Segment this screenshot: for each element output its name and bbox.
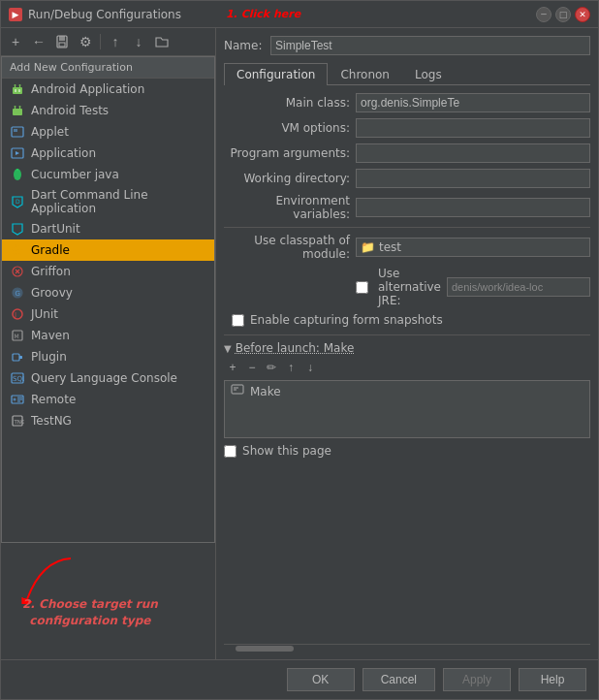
main-class-row: Main class: — [224, 93, 590, 112]
annotation-1: 1. Click here — [226, 8, 300, 20]
tab-logs[interactable]: Logs — [402, 63, 455, 85]
bl-add-button[interactable]: + — [224, 359, 241, 376]
svg-rect-44 — [232, 385, 243, 394]
android-app-icon — [10, 81, 25, 97]
dialog-title: Run/Debug Configurations — [28, 8, 181, 21]
tab-chronon[interactable]: Chronon — [328, 63, 402, 85]
name-input[interactable] — [270, 36, 590, 55]
config-item-dartunit[interactable]: DartUnit — [2, 218, 214, 239]
config-item-junit[interactable]: J JUnit — [2, 303, 214, 325]
groovy-icon: G — [10, 285, 25, 301]
module-icon: 📁 — [361, 240, 375, 254]
svg-point-4 — [15, 84, 16, 86]
alt-jre-label: Use alternative JRE: — [378, 267, 441, 307]
config-item-testng[interactable]: TNG TestNG — [2, 410, 214, 431]
svg-point-12 — [19, 106, 21, 108]
cancel-button[interactable]: Cancel — [363, 668, 435, 691]
svg-text:SQL: SQL — [13, 375, 24, 383]
config-section: Main class: VM options: Program argument… — [224, 93, 590, 644]
alt-jre-input[interactable] — [447, 277, 590, 297]
bl-remove-button[interactable]: − — [243, 359, 261, 376]
vm-options-label: VM options: — [224, 121, 350, 135]
config-item-query-label: Query Language Console — [31, 371, 177, 385]
config-item-application-label: Application — [31, 146, 96, 160]
config-item-applet[interactable]: Applet — [2, 121, 214, 143]
enable-forms-row: Enable capturing form snapshots — [224, 313, 590, 327]
toolbar-separator — [100, 34, 101, 49]
classpath-value-container[interactable]: 📁 test — [356, 238, 590, 257]
config-type-list: Add New Configuration Android Applicatio… — [1, 56, 215, 543]
maximize-button[interactable]: □ — [555, 7, 571, 22]
tab-configuration[interactable]: Configuration — [224, 63, 328, 85]
config-item-groovy[interactable]: G Groovy — [2, 282, 214, 303]
scrollbar-thumb[interactable] — [236, 646, 294, 652]
maven-icon: M — [10, 328, 25, 343]
help-button[interactable]: Help — [519, 668, 586, 691]
applet-icon — [10, 124, 25, 140]
android-tests-icon — [10, 103, 25, 118]
show-page-row: Show this page — [224, 444, 590, 458]
horizontal-scrollbar[interactable] — [224, 644, 590, 652]
vm-options-input[interactable] — [356, 118, 590, 138]
config-item-application[interactable]: Application — [2, 143, 214, 164]
minimize-button[interactable]: ─ — [536, 7, 552, 22]
config-item-dart-cmd-label: Dart Command Line Application — [31, 188, 206, 215]
main-class-label: Main class: — [224, 96, 350, 110]
ok-button[interactable]: OK — [287, 668, 355, 691]
title-bar-left: ▶ Run/Debug Configurations 1. Click here — [9, 8, 300, 21]
griffon-icon — [10, 264, 25, 279]
config-item-android-app[interactable]: Android Application — [2, 79, 214, 100]
svg-point-5 — [19, 84, 21, 86]
query-icon: SQL — [10, 370, 25, 386]
name-row: Name: — [224, 36, 590, 55]
config-item-plugin[interactable]: Plugin — [2, 346, 214, 367]
working-dir-input[interactable] — [356, 169, 590, 188]
config-item-android-tests[interactable]: Android Tests — [2, 100, 214, 121]
main-class-input[interactable] — [356, 93, 590, 112]
add-config-button[interactable]: + — [5, 31, 26, 52]
program-args-input[interactable] — [356, 143, 590, 163]
config-item-cucumber[interactable]: Cucumber java — [2, 164, 214, 185]
settings-button[interactable]: ⚙ — [75, 31, 96, 52]
svg-marker-18 — [16, 151, 19, 155]
application-icon — [10, 145, 25, 161]
divider-2 — [224, 334, 590, 335]
config-item-testng-label: TestNG — [31, 414, 72, 428]
save-button[interactable] — [51, 31, 73, 52]
launch-item-make-label: Make — [250, 385, 281, 398]
name-label: Name: — [224, 39, 263, 52]
config-item-gradle[interactable]: Gradle — [2, 239, 214, 261]
launch-item-make: Make — [225, 381, 589, 401]
back-button[interactable]: ← — [28, 31, 49, 52]
run-debug-dialog: ▶ Run/Debug Configurations 1. Click here… — [0, 0, 599, 700]
dropdown-header: Add New Configuration — [2, 57, 214, 79]
svg-rect-10 — [13, 109, 22, 115]
bl-up-button[interactable]: ↑ — [282, 359, 300, 376]
svg-rect-33 — [19, 356, 22, 359]
move-up-button[interactable]: ↑ — [105, 31, 126, 52]
svg-text:D: D — [16, 198, 20, 205]
apply-button[interactable]: Apply — [443, 668, 511, 691]
junit-icon: J — [10, 306, 25, 322]
folder-button[interactable] — [151, 31, 173, 52]
bl-down-button[interactable]: ↓ — [301, 359, 319, 376]
svg-rect-16 — [14, 129, 17, 132]
dartunit-icon — [10, 221, 25, 237]
close-button[interactable]: ✕ — [575, 7, 590, 22]
env-vars-input[interactable] — [356, 198, 590, 217]
config-item-maven[interactable]: M Maven — [2, 325, 214, 346]
alt-jre-checkbox[interactable] — [356, 281, 368, 294]
show-page-checkbox[interactable] — [224, 445, 236, 458]
config-item-query[interactable]: SQL Query Language Console — [2, 367, 214, 389]
svg-rect-3 — [13, 87, 22, 94]
right-panel: Name: Configuration Chronon Logs Main cl… — [216, 28, 598, 659]
config-item-dart-cmd[interactable]: D Dart Command Line Application — [2, 185, 214, 218]
enable-forms-checkbox[interactable] — [232, 314, 244, 327]
config-item-android-app-label: Android Application — [31, 82, 144, 96]
move-down-button[interactable]: ↓ — [128, 31, 149, 52]
config-item-griffon[interactable]: Griffon — [2, 261, 214, 282]
config-item-remote[interactable]: Remote — [2, 389, 214, 410]
left-panel: + ← ⚙ ↑ ↓ Add New Configuration — [1, 28, 216, 659]
window-controls: ─ □ ✕ — [536, 7, 590, 22]
bl-edit-button[interactable]: ✏ — [263, 359, 280, 376]
